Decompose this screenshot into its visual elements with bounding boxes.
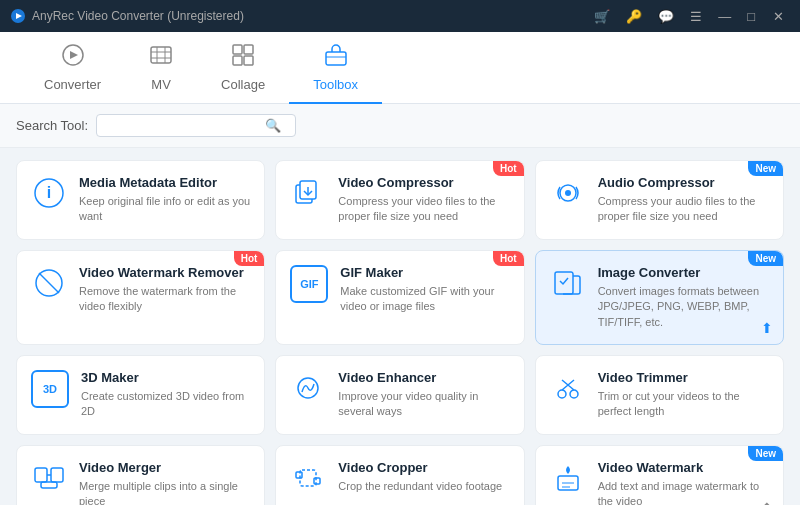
- svg-rect-8: [244, 56, 253, 65]
- tab-collage[interactable]: Collage: [197, 33, 289, 104]
- toolbox-icon: [324, 43, 348, 73]
- tool-card-video-enhancer[interactable]: Video EnhancerImprove your video quality…: [275, 355, 524, 435]
- 3d-maker-desc: Create customized 3D video from 2D: [81, 389, 250, 420]
- badge-image-converter: New: [748, 251, 783, 266]
- gif-maker-title: GIF Maker: [340, 265, 509, 280]
- video-cropper-title: Video Cropper: [338, 460, 509, 475]
- image-converter-title: Image Converter: [598, 265, 769, 280]
- tool-card-video-watermark-remover[interactable]: HotVideo Watermark RemoverRemove the wat…: [16, 250, 265, 345]
- tab-toolbox-label: Toolbox: [313, 77, 358, 92]
- video-merger-icon: [31, 460, 67, 496]
- svg-rect-4: [151, 47, 171, 63]
- svg-rect-7: [233, 56, 242, 65]
- badge-video-watermark: New: [748, 446, 783, 461]
- tool-card-audio-compressor[interactable]: NewAudio CompressorCompress your audio f…: [535, 160, 784, 240]
- video-enhancer-title: Video Enhancer: [338, 370, 509, 385]
- video-trimmer-title: Video Trimmer: [598, 370, 769, 385]
- svg-rect-5: [233, 45, 242, 54]
- video-watermark-remover-title: Video Watermark Remover: [79, 265, 250, 280]
- svg-line-17: [39, 273, 59, 293]
- audio-compressor-desc: Compress your audio files to the proper …: [598, 194, 769, 225]
- video-watermark-body: Video WatermarkAdd text and image waterm…: [598, 460, 769, 505]
- key-icon[interactable]: 🔑: [622, 7, 646, 26]
- tool-card-media-metadata-editor[interactable]: iMedia Metadata EditorKeep original file…: [16, 160, 265, 240]
- tool-card-video-trimmer[interactable]: Video TrimmerTrim or cut your videos to …: [535, 355, 784, 435]
- titlebar-controls: 🛒 🔑 💬 ☰ — □ ✕: [590, 7, 790, 26]
- svg-rect-26: [296, 472, 302, 478]
- mv-icon: [149, 43, 173, 73]
- search-label: Search Tool:: [16, 118, 88, 133]
- svg-rect-23: [51, 468, 63, 482]
- svg-text:i: i: [47, 184, 51, 201]
- titlebar-title: AnyRec Video Converter (Unregistered): [32, 9, 590, 23]
- 3d-maker-icon: 3D: [31, 370, 69, 408]
- tools-grid: iMedia Metadata EditorKeep original file…: [0, 148, 800, 505]
- svg-rect-6: [244, 45, 253, 54]
- scroll-down-icon[interactable]: ⬆: [761, 500, 773, 505]
- svg-point-21: [570, 390, 578, 398]
- svg-rect-22: [35, 468, 47, 482]
- video-watermark-desc: Add text and image watermark to the vide…: [598, 479, 769, 505]
- tool-card-video-merger[interactable]: Video MergerMerge multiple clips into a …: [16, 445, 265, 505]
- image-converter-icon: [550, 265, 586, 301]
- close-icon[interactable]: ✕: [767, 7, 790, 26]
- tool-card-video-compressor[interactable]: HotVideo CompressorCompress your video f…: [275, 160, 524, 240]
- chat-icon[interactable]: 💬: [654, 7, 678, 26]
- tab-converter-label: Converter: [44, 77, 101, 92]
- scroll-up-icon[interactable]: ⬆: [761, 320, 773, 336]
- svg-point-20: [558, 390, 566, 398]
- video-watermark-remover-icon: [31, 265, 67, 301]
- video-cropper-desc: Crop the redundant video footage: [338, 479, 509, 494]
- video-compressor-icon: [290, 175, 326, 211]
- converter-icon: [61, 43, 85, 73]
- tool-card-gif-maker[interactable]: HotGIFGIF MakerMake customized GIF with …: [275, 250, 524, 345]
- video-watermark-remover-desc: Remove the watermark from the video flex…: [79, 284, 250, 315]
- 3d-maker-title: 3D Maker: [81, 370, 250, 385]
- video-trimmer-body: Video TrimmerTrim or cut your videos to …: [598, 370, 769, 420]
- tool-card-image-converter[interactable]: NewImage ConverterConvert images formats…: [535, 250, 784, 345]
- video-watermark-title: Video Watermark: [598, 460, 769, 475]
- 3d-maker-body: 3D MakerCreate customized 3D video from …: [81, 370, 250, 420]
- tool-card-3d-maker[interactable]: 3D3D MakerCreate customized 3D video fro…: [16, 355, 265, 435]
- video-compressor-body: Video CompressorCompress your video file…: [338, 175, 509, 225]
- cart-icon[interactable]: 🛒: [590, 7, 614, 26]
- image-converter-body: Image ConverterConvert images formats be…: [598, 265, 769, 330]
- badge-audio-compressor: New: [748, 161, 783, 176]
- audio-compressor-icon: [550, 175, 586, 211]
- media-metadata-editor-icon: i: [31, 175, 67, 211]
- video-cropper-icon: [290, 460, 326, 496]
- nav-tabs: Converter MV Collage Toolbox: [0, 32, 800, 104]
- video-merger-title: Video Merger: [79, 460, 250, 475]
- video-watermark-remover-body: Video Watermark RemoverRemove the waterm…: [79, 265, 250, 315]
- gif-maker-icon: GIF: [290, 265, 328, 303]
- tab-toolbox[interactable]: Toolbox: [289, 33, 382, 104]
- svg-point-15: [565, 190, 571, 196]
- minimize-icon[interactable]: —: [714, 7, 735, 26]
- tool-card-video-watermark[interactable]: NewVideo WatermarkAdd text and image wat…: [535, 445, 784, 505]
- badge-gif-maker: Hot: [493, 251, 524, 266]
- tab-mv[interactable]: MV: [125, 33, 197, 104]
- video-merger-body: Video MergerMerge multiple clips into a …: [79, 460, 250, 505]
- search-bar: Search Tool: 🔍: [0, 104, 800, 148]
- video-watermark-icon: [550, 460, 586, 496]
- tool-card-video-cropper[interactable]: Video CropperCrop the redundant video fo…: [275, 445, 524, 505]
- search-icon: 🔍: [265, 118, 281, 133]
- app-logo: [10, 8, 26, 24]
- search-input-wrap[interactable]: 🔍: [96, 114, 296, 137]
- search-input[interactable]: [105, 119, 265, 133]
- tab-converter[interactable]: Converter: [20, 33, 125, 104]
- tab-collage-label: Collage: [221, 77, 265, 92]
- maximize-icon[interactable]: □: [743, 7, 759, 26]
- media-metadata-editor-desc: Keep original file info or edit as you w…: [79, 194, 250, 225]
- media-metadata-editor-title: Media Metadata Editor: [79, 175, 250, 190]
- svg-marker-3: [70, 51, 78, 59]
- video-compressor-title: Video Compressor: [338, 175, 509, 190]
- image-converter-desc: Convert images formats between JPG/JPEG,…: [598, 284, 769, 330]
- badge-video-compressor: Hot: [493, 161, 524, 176]
- video-enhancer-body: Video EnhancerImprove your video quality…: [338, 370, 509, 420]
- collage-icon: [231, 43, 255, 73]
- gif-maker-desc: Make customized GIF with your video or i…: [340, 284, 509, 315]
- video-trimmer-icon: [550, 370, 586, 406]
- menu-icon[interactable]: ☰: [686, 7, 706, 26]
- video-cropper-body: Video CropperCrop the redundant video fo…: [338, 460, 509, 494]
